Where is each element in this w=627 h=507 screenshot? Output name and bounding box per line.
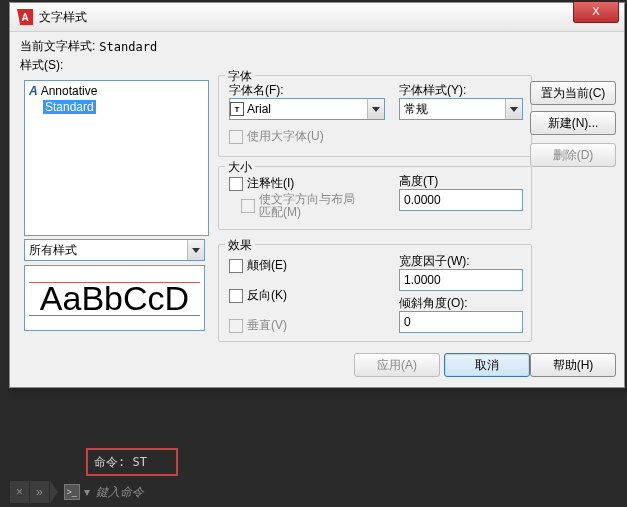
paper-match-checkbox: 使文字方向与布局 匹配(M) (241, 193, 355, 219)
bigfont-label: 使用大字体(U) (247, 128, 324, 145)
current-style-row: 当前文字样式: Standard (20, 38, 614, 55)
annotative-label: 注释性(I) (247, 175, 294, 192)
upside-checkbox[interactable]: 颠倒(E) (229, 257, 287, 274)
all-styles-combo[interactable]: 所有样式 (24, 239, 205, 261)
all-styles-value: 所有样式 (25, 242, 187, 259)
cmdbar-expand[interactable]: » (30, 481, 49, 503)
size-group: 大小 注释性(I) 使文字方向与布局 匹配(M) 高度(T) 0.0000 (218, 166, 532, 230)
font-name-label: 字体名(F): (229, 82, 284, 99)
cmdbar-close[interactable]: × (10, 481, 29, 503)
app-icon: A (17, 9, 33, 25)
checkbox-box (229, 259, 243, 273)
dialog-title: 文字样式 (39, 9, 87, 26)
oblique-field[interactable]: 0 (399, 311, 523, 333)
preview-box: AaBbCcD (24, 265, 205, 331)
help-button[interactable]: 帮助(H) (530, 353, 616, 377)
command-text: 命令: ST (94, 454, 147, 471)
styles-label: 样式(S): (20, 57, 63, 74)
size-group-legend: 大小 (225, 159, 255, 176)
checkbox-box (229, 130, 243, 144)
font-style-combo[interactable]: 常规 (399, 98, 523, 120)
text-style-dialog: A 文字样式 X 当前文字样式: Standard 样式(S): A Annot… (9, 2, 625, 388)
vertical-label: 垂直(V) (247, 317, 287, 334)
chevron-down-icon (187, 240, 204, 260)
font-style-label: 字体样式(Y): (399, 82, 466, 99)
chevron-down-icon (367, 99, 384, 119)
oblique-value: 0 (404, 315, 411, 329)
annotative-checkbox[interactable]: 注释性(I) (229, 175, 294, 192)
current-style-label: 当前文字样式: (20, 38, 95, 55)
checkbox-box (229, 177, 243, 191)
cmdbar-hint: 鍵入命令 (96, 484, 144, 501)
list-item[interactable]: Standard (27, 99, 206, 115)
height-field[interactable]: 0.0000 (399, 189, 523, 211)
set-current-button[interactable]: 置为当前(C) (530, 81, 616, 105)
command-bar[interactable]: × » >_ ▾ 鍵入命令 (10, 481, 610, 503)
cmdbar-arrow (50, 481, 58, 503)
font-group: 字体 字体名(F): T Arial 字体样式(Y): 常规 使用大字体(U) (218, 75, 532, 157)
command-highlight: 命令: ST (86, 448, 178, 476)
effects-group: 效果 颠倒(E) 反向(K) 垂直(V) 宽度因子(W): 1.0000 倾斜角… (218, 244, 532, 342)
terminal-icon: >_ (64, 484, 80, 500)
list-item-label: Annotative (41, 84, 98, 98)
current-style-value: Standard (99, 40, 157, 54)
paper-match-label: 使文字方向与布局 匹配(M) (259, 193, 355, 219)
oblique-label: 倾斜角度(O): (399, 295, 468, 312)
styles-listbox[interactable]: A Annotative Standard (24, 80, 209, 236)
effects-group-legend: 效果 (225, 237, 255, 254)
font-name-combo[interactable]: T Arial (229, 98, 385, 120)
checkbox-box (229, 289, 243, 303)
upside-label: 颠倒(E) (247, 257, 287, 274)
height-value: 0.0000 (404, 193, 441, 207)
apply-button: 应用(A) (354, 353, 440, 377)
titlebar: A 文字样式 X (10, 3, 624, 32)
backward-checkbox[interactable]: 反向(K) (229, 287, 287, 304)
bigfont-checkbox: 使用大字体(U) (229, 128, 324, 145)
close-button[interactable]: X (573, 2, 619, 23)
styles-label-row: 样式(S): (20, 57, 614, 74)
new-button[interactable]: 新建(N)... (530, 111, 616, 135)
checkbox-box (229, 319, 243, 333)
list-item-label: Standard (43, 100, 96, 114)
vertical-checkbox: 垂直(V) (229, 317, 287, 334)
annotative-icon: A (29, 84, 38, 98)
delete-button: 删除(D) (530, 143, 616, 167)
preview-text: AaBbCcD (40, 279, 189, 318)
width-factor-value: 1.0000 (404, 273, 441, 287)
chevron-down-icon (505, 99, 522, 119)
font-name-value: Arial (247, 102, 367, 116)
list-item[interactable]: A Annotative (27, 83, 206, 99)
cancel-button[interactable]: 取消 (444, 353, 530, 377)
backward-label: 反向(K) (247, 287, 287, 304)
height-label: 高度(T) (399, 173, 438, 190)
checkbox-box (241, 199, 255, 213)
font-style-value: 常规 (400, 101, 505, 118)
width-factor-field[interactable]: 1.0000 (399, 269, 523, 291)
truetype-icon: T (230, 102, 244, 116)
width-factor-label: 宽度因子(W): (399, 253, 470, 270)
